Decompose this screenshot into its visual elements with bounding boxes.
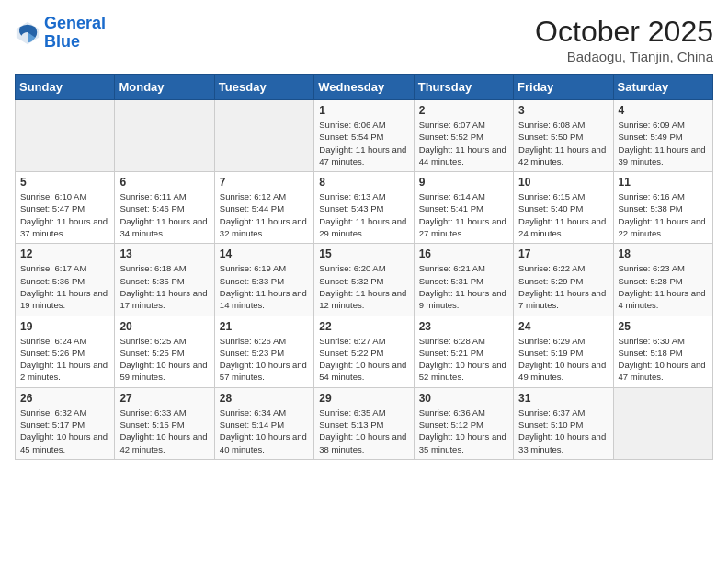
day-info: Sunrise: 6:28 AM Sunset: 5:21 PM Dayligh… [419, 335, 508, 384]
calendar-cell: 21Sunrise: 6:26 AM Sunset: 5:23 PM Dayli… [214, 316, 313, 387]
day-info: Sunrise: 6:15 AM Sunset: 5:40 PM Dayligh… [518, 190, 608, 239]
day-number: 28 [220, 392, 309, 405]
calendar-cell: 11Sunrise: 6:16 AM Sunset: 5:38 PM Dayli… [613, 172, 712, 244]
calendar-cell [214, 100, 313, 172]
day-number: 7 [220, 176, 309, 189]
calendar-cell: 6Sunrise: 6:11 AM Sunset: 5:46 PM Daylig… [115, 172, 214, 244]
month-title: October 2025 [535, 15, 713, 49]
day-number: 20 [119, 320, 209, 333]
day-header-sunday: Sunday [16, 75, 115, 100]
calendar-cell: 31Sunrise: 6:37 AM Sunset: 5:10 PM Dayli… [514, 387, 613, 459]
day-info: Sunrise: 6:17 AM Sunset: 5:36 PM Dayligh… [20, 262, 109, 311]
calendar-cell: 13Sunrise: 6:18 AM Sunset: 5:35 PM Dayli… [115, 244, 214, 316]
day-info: Sunrise: 6:34 AM Sunset: 5:14 PM Dayligh… [220, 407, 309, 455]
logo-line1: General [44, 14, 106, 32]
day-header-monday: Monday [115, 75, 214, 100]
day-info: Sunrise: 6:20 AM Sunset: 5:32 PM Dayligh… [319, 262, 408, 311]
day-info: Sunrise: 6:32 AM Sunset: 5:17 PM Dayligh… [20, 407, 109, 455]
day-info: Sunrise: 6:06 AM Sunset: 5:54 PM Dayligh… [319, 119, 408, 167]
day-number: 23 [419, 320, 508, 333]
calendar-cell: 26Sunrise: 6:32 AM Sunset: 5:17 PM Dayli… [16, 387, 115, 459]
calendar-cell: 18Sunrise: 6:23 AM Sunset: 5:28 PM Dayli… [613, 244, 712, 316]
calendar-cell: 2Sunrise: 6:07 AM Sunset: 5:52 PM Daylig… [414, 100, 513, 172]
day-info: Sunrise: 6:21 AM Sunset: 5:31 PM Dayligh… [419, 262, 508, 311]
day-info: Sunrise: 6:26 AM Sunset: 5:23 PM Dayligh… [220, 335, 309, 384]
day-number: 9 [419, 176, 508, 189]
day-number: 24 [518, 320, 608, 333]
day-number: 11 [619, 176, 708, 189]
day-number: 13 [119, 247, 209, 260]
day-number: 2 [419, 104, 508, 117]
day-number: 3 [518, 104, 608, 117]
calendar-cell: 19Sunrise: 6:24 AM Sunset: 5:26 PM Dayli… [16, 316, 115, 387]
calendar-cell: 4Sunrise: 6:09 AM Sunset: 5:49 PM Daylig… [613, 100, 712, 172]
day-number: 21 [220, 320, 309, 333]
calendar-cell [16, 100, 115, 172]
calendar-cell: 1Sunrise: 6:06 AM Sunset: 5:54 PM Daylig… [314, 100, 414, 172]
logo: General Blue [15, 15, 106, 52]
day-header-wednesday: Wednesday [314, 75, 414, 100]
day-info: Sunrise: 6:29 AM Sunset: 5:19 PM Dayligh… [518, 335, 608, 384]
day-number: 1 [319, 104, 408, 117]
calendar-header-row: SundayMondayTuesdayWednesdayThursdayFrid… [16, 75, 713, 100]
calendar-week-row: 12Sunrise: 6:17 AM Sunset: 5:36 PM Dayli… [16, 244, 713, 316]
day-number: 27 [119, 392, 209, 405]
calendar-cell: 24Sunrise: 6:29 AM Sunset: 5:19 PM Dayli… [514, 316, 613, 387]
day-header-friday: Friday [514, 75, 613, 100]
calendar-cell: 29Sunrise: 6:35 AM Sunset: 5:13 PM Dayli… [314, 387, 414, 459]
calendar-cell: 28Sunrise: 6:34 AM Sunset: 5:14 PM Dayli… [214, 387, 313, 459]
logo-icon [15, 20, 40, 46]
calendar-cell: 16Sunrise: 6:21 AM Sunset: 5:31 PM Dayli… [414, 244, 513, 316]
calendar-cell: 17Sunrise: 6:22 AM Sunset: 5:29 PM Dayli… [514, 244, 613, 316]
calendar-cell: 15Sunrise: 6:20 AM Sunset: 5:32 PM Dayli… [314, 244, 414, 316]
day-number: 18 [619, 247, 708, 260]
day-number: 29 [319, 392, 408, 405]
day-number: 10 [518, 176, 608, 189]
day-info: Sunrise: 6:12 AM Sunset: 5:44 PM Dayligh… [220, 190, 309, 239]
location-subtitle: Badaogu, Tianjin, China [535, 49, 713, 64]
logo-text: General Blue [44, 15, 106, 52]
page-header: General Blue October 2025 Badaogu, Tianj… [15, 15, 713, 64]
day-info: Sunrise: 6:27 AM Sunset: 5:22 PM Dayligh… [319, 335, 408, 384]
day-number: 31 [518, 392, 608, 405]
day-info: Sunrise: 6:25 AM Sunset: 5:25 PM Dayligh… [119, 335, 209, 384]
calendar-cell: 25Sunrise: 6:30 AM Sunset: 5:18 PM Dayli… [613, 316, 712, 387]
calendar-cell: 23Sunrise: 6:28 AM Sunset: 5:21 PM Dayli… [414, 316, 513, 387]
calendar-cell: 9Sunrise: 6:14 AM Sunset: 5:41 PM Daylig… [414, 172, 513, 244]
calendar-week-row: 26Sunrise: 6:32 AM Sunset: 5:17 PM Dayli… [16, 387, 713, 459]
day-info: Sunrise: 6:11 AM Sunset: 5:46 PM Dayligh… [119, 190, 209, 239]
calendar-cell: 22Sunrise: 6:27 AM Sunset: 5:22 PM Dayli… [314, 316, 414, 387]
day-number: 16 [419, 247, 508, 260]
day-number: 15 [319, 247, 408, 260]
day-info: Sunrise: 6:09 AM Sunset: 5:49 PM Dayligh… [619, 119, 708, 167]
calendar-week-row: 5Sunrise: 6:10 AM Sunset: 5:47 PM Daylig… [16, 172, 713, 244]
calendar-cell: 14Sunrise: 6:19 AM Sunset: 5:33 PM Dayli… [214, 244, 313, 316]
calendar-week-row: 19Sunrise: 6:24 AM Sunset: 5:26 PM Dayli… [16, 316, 713, 387]
day-info: Sunrise: 6:36 AM Sunset: 5:12 PM Dayligh… [419, 407, 508, 455]
day-number: 19 [20, 320, 109, 333]
calendar-cell: 8Sunrise: 6:13 AM Sunset: 5:43 PM Daylig… [314, 172, 414, 244]
day-info: Sunrise: 6:24 AM Sunset: 5:26 PM Dayligh… [20, 335, 109, 384]
calendar-cell [115, 100, 214, 172]
day-info: Sunrise: 6:35 AM Sunset: 5:13 PM Dayligh… [319, 407, 408, 455]
day-number: 4 [619, 104, 708, 117]
day-info: Sunrise: 6:22 AM Sunset: 5:29 PM Dayligh… [518, 262, 608, 311]
day-number: 25 [619, 320, 708, 333]
day-info: Sunrise: 6:14 AM Sunset: 5:41 PM Dayligh… [419, 190, 508, 239]
calendar-cell: 5Sunrise: 6:10 AM Sunset: 5:47 PM Daylig… [16, 172, 115, 244]
calendar-cell: 12Sunrise: 6:17 AM Sunset: 5:36 PM Dayli… [16, 244, 115, 316]
day-info: Sunrise: 6:13 AM Sunset: 5:43 PM Dayligh… [319, 190, 408, 239]
day-header-tuesday: Tuesday [214, 75, 313, 100]
day-info: Sunrise: 6:30 AM Sunset: 5:18 PM Dayligh… [619, 335, 708, 384]
day-info: Sunrise: 6:08 AM Sunset: 5:50 PM Dayligh… [518, 119, 608, 167]
calendar-cell: 10Sunrise: 6:15 AM Sunset: 5:40 PM Dayli… [514, 172, 613, 244]
calendar-cell: 7Sunrise: 6:12 AM Sunset: 5:44 PM Daylig… [214, 172, 313, 244]
calendar-week-row: 1Sunrise: 6:06 AM Sunset: 5:54 PM Daylig… [16, 100, 713, 172]
calendar-cell: 27Sunrise: 6:33 AM Sunset: 5:15 PM Dayli… [115, 387, 214, 459]
day-number: 5 [20, 176, 109, 189]
day-number: 17 [518, 247, 608, 260]
calendar-cell: 30Sunrise: 6:36 AM Sunset: 5:12 PM Dayli… [414, 387, 513, 459]
day-number: 8 [319, 176, 408, 189]
calendar-cell: 20Sunrise: 6:25 AM Sunset: 5:25 PM Dayli… [115, 316, 214, 387]
day-number: 12 [20, 247, 109, 260]
